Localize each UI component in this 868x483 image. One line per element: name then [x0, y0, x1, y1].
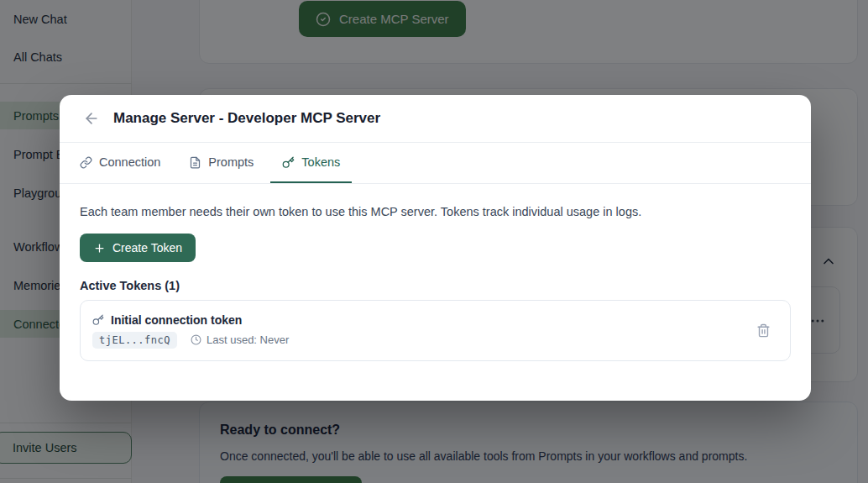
- clock-icon: [191, 334, 201, 345]
- document-icon: [189, 156, 201, 169]
- tab-label: Prompts: [208, 155, 254, 169]
- tab-connection[interactable]: Connection: [68, 143, 172, 183]
- modal-body: Each team member needs their own token t…: [60, 205, 811, 361]
- token-description: Each team member needs their own token t…: [80, 205, 791, 218]
- modal-header: Manage Server - Developer MCP Server: [60, 95, 811, 143]
- create-token-button[interactable]: Create Token: [80, 234, 196, 262]
- key-icon: [92, 314, 104, 326]
- plus-icon: [93, 242, 106, 255]
- modal-title: Manage Server - Developer MCP Server: [113, 110, 380, 127]
- link-icon: [80, 156, 92, 169]
- modal-tabs: Connection Prompts Tokens: [60, 143, 811, 184]
- last-used-label: Last used: Never: [207, 333, 289, 346]
- tab-label: Connection: [99, 155, 160, 169]
- tab-prompts[interactable]: Prompts: [177, 143, 265, 183]
- token-preview-chip: tjEL...fncQ: [92, 332, 177, 349]
- token-last-used: Last used: Never: [191, 333, 289, 346]
- token-row: Initial connection token tjEL...fncQ Las…: [80, 300, 791, 361]
- back-arrow-icon[interactable]: [83, 110, 100, 127]
- tab-label: Tokens: [301, 155, 340, 169]
- token-name: Initial connection token: [111, 313, 242, 327]
- active-tokens-heading: Active Tokens (1): [80, 279, 791, 292]
- app-screen: New Chat All Chats Prompts Prompt Builde…: [0, 0, 868, 483]
- create-token-label: Create Token: [112, 241, 182, 255]
- key-icon: [282, 156, 295, 169]
- trash-icon[interactable]: [756, 323, 773, 339]
- manage-server-modal: Manage Server - Developer MCP Server Con…: [60, 95, 811, 401]
- tab-tokens[interactable]: Tokens: [270, 143, 352, 183]
- token-info: Initial connection token tjEL...fncQ Las…: [92, 313, 289, 349]
